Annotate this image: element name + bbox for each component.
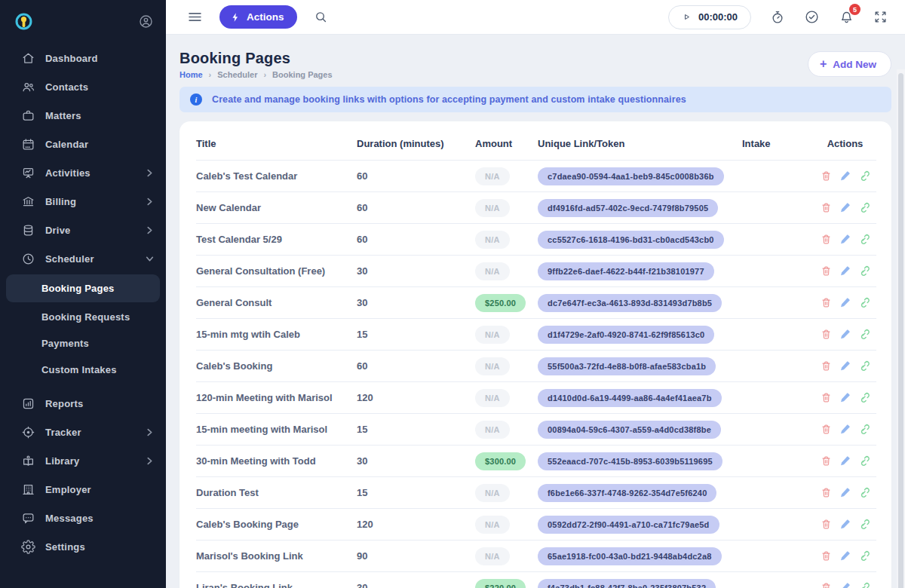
- edit-button[interactable]: [837, 295, 853, 311]
- cell-duration: 120: [357, 509, 475, 541]
- token-badge[interactable]: df4916fd-ad57-402c-9ecd-7479f8b79505: [538, 199, 718, 217]
- edit-button[interactable]: [837, 168, 853, 184]
- sidebar-item-custom-intakes[interactable]: Custom Intakes: [0, 357, 166, 383]
- delete-button[interactable]: [818, 358, 834, 374]
- add-new-button[interactable]: + Add New: [808, 51, 891, 77]
- cell-amount: N/A: [475, 192, 538, 224]
- menu-toggle-icon[interactable]: [187, 9, 203, 25]
- delete-button[interactable]: [818, 421, 834, 437]
- edit-button[interactable]: [837, 390, 853, 406]
- pencil-icon: [839, 265, 851, 277]
- delete-button[interactable]: [818, 548, 834, 564]
- cell-intake: [742, 287, 814, 319]
- token-badge[interactable]: 55f500a3-72fd-4e88-b0f8-afae583cba1b: [538, 357, 716, 375]
- edit-button[interactable]: [837, 485, 853, 501]
- token-badge[interactable]: f6be1e66-337f-4748-9262-354d7e5f6240: [538, 484, 716, 502]
- token-badge[interactable]: 00894a04-59c6-4307-a559-a4d0cd38f8be: [538, 421, 721, 439]
- sidebar-item-calendar[interactable]: Calendar: [0, 130, 166, 158]
- sidebar-item-label: Settings: [45, 541, 85, 553]
- copy-link-button[interactable]: [856, 200, 872, 216]
- sidebar-item-dashboard[interactable]: Dashboard: [0, 44, 166, 72]
- table-row: Liran's Booking Link30$220.00f4a73db1-fc…: [196, 572, 876, 588]
- copy-link-button[interactable]: [856, 295, 872, 311]
- delete-button[interactable]: [818, 326, 834, 342]
- stopwatch-icon[interactable]: [770, 10, 785, 25]
- token-badge[interactable]: d1410d0d-6a19-4499-aa86-4a4ef41aea7b: [538, 389, 722, 407]
- sidebar-item-tracker[interactable]: Tracker: [0, 418, 166, 446]
- edit-button[interactable]: [837, 231, 853, 247]
- delete-button[interactable]: [818, 231, 834, 247]
- vertical-scrollbar[interactable]: [897, 69, 905, 588]
- token-badge[interactable]: d1f4729e-2af0-4920-8741-62f9f85613c0: [538, 326, 714, 344]
- copy-link-button[interactable]: [856, 421, 872, 437]
- sidebar-item-drive[interactable]: Drive: [0, 216, 166, 244]
- delete-button[interactable]: [818, 200, 834, 216]
- copy-link-button[interactable]: [856, 263, 872, 279]
- delete-button[interactable]: [818, 485, 834, 501]
- sidebar-item-activities[interactable]: Activities: [0, 158, 166, 187]
- sidebar-item-reports[interactable]: Reports: [0, 389, 166, 418]
- token-badge[interactable]: c7daea90-0594-4aa1-beb9-845c0008b36b: [538, 167, 724, 185]
- copy-link-button[interactable]: [856, 580, 872, 588]
- copy-link-button[interactable]: [856, 453, 872, 469]
- token-badge[interactable]: 65ae1918-fc00-43a0-bd21-9448ab4dc2a8: [538, 547, 722, 565]
- sidebar-item-billing[interactable]: Billing: [0, 187, 166, 216]
- trash-icon: [820, 170, 833, 182]
- copy-link-button[interactable]: [856, 548, 872, 564]
- delete-button[interactable]: [818, 516, 834, 532]
- edit-button[interactable]: [837, 263, 853, 279]
- copy-link-button[interactable]: [856, 516, 872, 532]
- token-badge[interactable]: f4a73db1-fc88-42f7-8ba0-235f3807b532: [538, 579, 716, 588]
- timer-widget[interactable]: 00:00:00: [668, 5, 751, 29]
- edit-button[interactable]: [837, 326, 853, 342]
- edit-button[interactable]: [837, 358, 853, 374]
- token-badge[interactable]: 9ffb22e6-daef-4622-b44f-f21b38101977: [538, 262, 714, 280]
- tasks-check-icon[interactable]: [804, 9, 820, 25]
- token-badge[interactable]: 552eaacd-707c-415b-8953-6039b5119695: [538, 452, 722, 470]
- delete-button[interactable]: [818, 295, 834, 311]
- token-badge[interactable]: cc5527c6-1618-4196-bd31-cb0acd543cb0: [538, 231, 724, 249]
- copy-link-button[interactable]: [856, 168, 872, 184]
- edit-button[interactable]: [837, 516, 853, 532]
- delete-button[interactable]: [818, 263, 834, 279]
- actions-button[interactable]: Actions: [219, 5, 297, 29]
- copy-link-button[interactable]: [856, 358, 872, 374]
- sidebar-item-scheduler[interactable]: Scheduler: [0, 244, 166, 273]
- token-badge[interactable]: dc7e647f-ec3a-4613-893d-831493d7b8b5: [538, 294, 722, 312]
- scrollbar-thumb[interactable]: [898, 73, 903, 588]
- breadcrumb-home[interactable]: Home: [179, 70, 203, 79]
- sidebar-item-matters[interactable]: Matters: [0, 101, 166, 130]
- copy-link-button[interactable]: [856, 231, 872, 247]
- delete-button[interactable]: [818, 168, 834, 184]
- fullscreen-icon[interactable]: [873, 10, 888, 24]
- sidebar-item-booking-pages[interactable]: Booking Pages: [6, 274, 160, 302]
- edit-button[interactable]: [837, 580, 853, 588]
- breadcrumb-scheduler: Scheduler: [217, 70, 257, 79]
- delete-button[interactable]: [818, 390, 834, 406]
- search-icon[interactable]: [314, 10, 328, 24]
- sidebar-item-settings[interactable]: Settings: [0, 532, 166, 561]
- copy-link-button[interactable]: [856, 326, 872, 342]
- sidebar-item-payments[interactable]: Payments: [0, 330, 166, 357]
- edit-button[interactable]: [837, 453, 853, 469]
- sidebar-item-booking-requests[interactable]: Booking Requests: [0, 304, 166, 330]
- user-account-icon[interactable]: [138, 14, 154, 29]
- edit-button[interactable]: [837, 200, 853, 216]
- sidebar-item-contacts[interactable]: Contacts: [0, 72, 166, 101]
- sidebar-item-employer[interactable]: Employer: [0, 475, 166, 504]
- notifications-bell-icon[interactable]: 5: [839, 9, 854, 25]
- delete-button[interactable]: [818, 453, 834, 469]
- token-badge[interactable]: 0592dd72-2f90-4491-a710-ca71fc79ae5d: [538, 516, 719, 534]
- delete-button[interactable]: [818, 580, 834, 588]
- play-icon[interactable]: [682, 12, 692, 22]
- cell-token: f4a73db1-fc88-42f7-8ba0-235f3807b532: [538, 572, 742, 588]
- brand-logo-icon[interactable]: [14, 12, 33, 31]
- clock-icon: [21, 252, 35, 266]
- sidebar-item-messages[interactable]: Messages: [0, 504, 166, 532]
- edit-button[interactable]: [837, 548, 853, 564]
- copy-link-button[interactable]: [856, 390, 872, 406]
- copy-link-button[interactable]: [856, 485, 872, 501]
- edit-button[interactable]: [837, 421, 853, 437]
- reports-icon: [21, 397, 35, 411]
- sidebar-item-library[interactable]: Library: [0, 446, 166, 475]
